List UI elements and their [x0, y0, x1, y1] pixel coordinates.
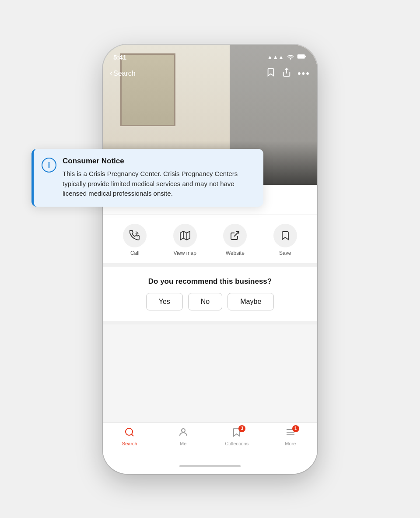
tab-more-icon-wrap: 1 — [285, 427, 296, 439]
status-time: 5:41 — [113, 53, 126, 61]
wifi-icon — [287, 53, 294, 61]
home-indicator — [103, 459, 317, 474]
share-icon[interactable] — [282, 67, 291, 79]
yes-button[interactable]: Yes — [146, 293, 183, 310]
status-bar: 5:41 ▲▲▲ — [103, 45, 317, 66]
call-label: Call — [130, 250, 140, 256]
back-label: Search — [113, 70, 136, 78]
save-button[interactable] — [273, 224, 297, 247]
tab-more-label: More — [285, 441, 296, 446]
collections-badge: 3 — [238, 425, 245, 432]
more-badge: 1 — [292, 425, 299, 432]
viewmap-action[interactable]: View map — [173, 224, 197, 256]
tab-me-icon-wrap — [178, 427, 189, 439]
svg-point-9 — [182, 429, 185, 432]
website-label: Website — [226, 250, 245, 256]
outer-container: 5:41 ▲▲▲ ‹ Search — [0, 0, 420, 518]
tab-me[interactable]: Me — [170, 427, 196, 446]
notice-body: This is a Crisis Pregnancy Center. Crisi… — [63, 169, 253, 199]
save-label: Save — [279, 250, 291, 256]
tab-collections[interactable]: 3 Collections — [224, 427, 250, 446]
tab-collections-icon-wrap: 3 — [231, 427, 242, 439]
call-action[interactable]: Call — [123, 224, 147, 256]
recommend-buttons: Yes No Maybe — [146, 293, 274, 310]
svg-marker-3 — [180, 231, 190, 240]
signal-icon: ▲▲▲ — [267, 54, 284, 60]
website-button[interactable] — [223, 224, 247, 247]
tab-more[interactable]: 1 More — [277, 427, 304, 446]
nav-actions: ••• — [266, 67, 310, 79]
home-indicator-bar — [179, 465, 241, 467]
notice-title: Consumer Notice — [63, 157, 253, 166]
svg-rect-1 — [305, 56, 306, 57]
tab-collections-label: Collections — [225, 441, 248, 446]
no-button[interactable]: No — [188, 293, 222, 310]
action-buttons-row: Call View map Website — [103, 215, 317, 267]
viewmap-button[interactable] — [173, 224, 197, 247]
svg-rect-2 — [298, 55, 304, 58]
viewmap-label: View map — [174, 250, 196, 256]
tab-search-icon-wrap — [124, 427, 135, 439]
phone-shell: 5:41 ▲▲▲ ‹ Search — [103, 45, 317, 474]
tab-search-label: Search — [122, 441, 137, 446]
svg-line-8 — [132, 434, 133, 436]
svg-line-6 — [234, 232, 239, 236]
bookmark-icon[interactable] — [266, 67, 276, 79]
recommend-title: Do you recommend this business? — [148, 277, 272, 286]
me-icon — [178, 427, 189, 437]
status-icons: ▲▲▲ — [267, 53, 307, 61]
content-area: Crisis Pregnancy Center Closed now • 11:… — [103, 185, 317, 422]
nav-bar: ‹ Search ••• — [103, 64, 317, 83]
save-action[interactable]: Save — [273, 224, 297, 256]
svg-point-7 — [126, 428, 133, 435]
more-icon[interactable]: ••• — [298, 68, 310, 79]
tab-bar: Search Me 3 Collections 1 — [103, 422, 317, 459]
back-button[interactable]: ‹ Search — [110, 69, 136, 78]
info-icon: i — [42, 158, 56, 173]
call-button[interactable] — [123, 224, 147, 247]
chevron-left-icon: ‹ — [110, 69, 112, 78]
consumer-notice-popup: i Consumer Notice This is a Crisis Pregn… — [32, 149, 263, 207]
recommend-section: Do you recommend this business? Yes No M… — [103, 267, 317, 324]
maybe-button[interactable]: Maybe — [228, 293, 274, 310]
tab-me-label: Me — [180, 441, 186, 446]
website-action[interactable]: Website — [223, 224, 247, 256]
battery-icon — [297, 54, 307, 60]
search-icon — [124, 427, 135, 437]
notice-content: Consumer Notice This is a Crisis Pregnan… — [63, 157, 253, 199]
tab-search[interactable]: Search — [116, 427, 143, 446]
